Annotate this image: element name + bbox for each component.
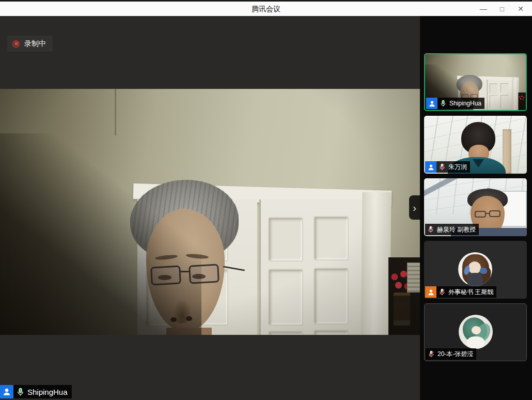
recording-label: 录制中 xyxy=(24,39,46,49)
participants-sidebar: ShipingHua xyxy=(420,16,532,400)
participant-name-label: 20-本-张碧滢 xyxy=(426,348,476,360)
self-name: ShipingHua xyxy=(27,388,68,396)
participant-name-label: 朱万润 xyxy=(425,161,470,173)
main-video xyxy=(0,89,420,335)
speaker-video-scene xyxy=(0,89,420,335)
self-name-label: ShipingHua xyxy=(0,385,72,398)
participant-tile-zhuwanrun[interactable]: 朱万润 xyxy=(424,116,527,174)
participant-name: ShipingHua xyxy=(449,100,481,107)
mic-muted-icon xyxy=(428,350,435,358)
mic-muted-icon xyxy=(427,226,434,233)
avatar xyxy=(459,315,493,349)
recording-indicator[interactable]: 录制中 xyxy=(7,36,53,52)
window-title: 腾讯会议 xyxy=(0,2,532,16)
participant-name: 朱万润 xyxy=(448,163,467,172)
title-bar: 腾讯会议 — □ ✕ xyxy=(0,0,532,16)
person-icon xyxy=(426,98,437,109)
tencent-meeting-window: 腾讯会议 — □ ✕ xyxy=(0,0,532,400)
person-icon xyxy=(425,286,436,298)
minimize-button[interactable]: — xyxy=(474,2,493,16)
main-video-stage[interactable]: 录制中 ShipingHua › xyxy=(0,16,420,400)
mic-icon xyxy=(440,100,447,107)
record-dot-icon xyxy=(12,40,20,48)
participant-tile-shipinghua[interactable]: ShipingHua xyxy=(424,53,527,111)
participant-glasses xyxy=(475,210,502,218)
mic-muted-icon xyxy=(439,163,446,171)
avatar-face xyxy=(472,326,481,334)
participant-tile-hequanling[interactable]: 赫泉玲 副教授 xyxy=(424,178,527,236)
participant-tile-zhangbiying[interactable]: 20-本-张碧滢 xyxy=(424,303,527,361)
participant-name-label: 外事秘书 王斯靓 xyxy=(425,286,496,298)
collapse-sidebar-button[interactable]: › xyxy=(409,195,420,220)
participant-tile-wangsiliang[interactable]: 外事秘书 王斯靓 xyxy=(424,241,527,299)
chevron-right-icon: › xyxy=(413,203,416,213)
person-icon xyxy=(0,385,13,398)
person-icon xyxy=(425,161,436,173)
glasses-lens xyxy=(489,210,500,217)
avatar xyxy=(458,252,492,286)
glasses-bridge xyxy=(486,213,490,214)
maximize-button[interactable]: □ xyxy=(493,2,511,16)
mic-icon xyxy=(16,388,25,396)
avatar-blue-accent xyxy=(480,268,487,274)
mic-muted-icon xyxy=(439,288,446,296)
participant-name: 20-本-张碧滢 xyxy=(437,350,473,359)
glasses-lens xyxy=(475,211,486,218)
participant-name-label: 赫泉玲 副教授 xyxy=(425,224,479,235)
participant-name: 外事秘书 王斯靓 xyxy=(448,288,493,297)
window-controls: — □ ✕ xyxy=(474,2,530,16)
avatar-body xyxy=(467,273,483,286)
avatar-face xyxy=(468,261,481,274)
vignette-overlay xyxy=(0,89,420,335)
participant-name: 赫泉玲 副教授 xyxy=(437,225,476,234)
close-button[interactable]: ✕ xyxy=(511,2,530,16)
avatar-body xyxy=(467,336,484,349)
participant-name-label: ShipingHua xyxy=(426,98,484,109)
